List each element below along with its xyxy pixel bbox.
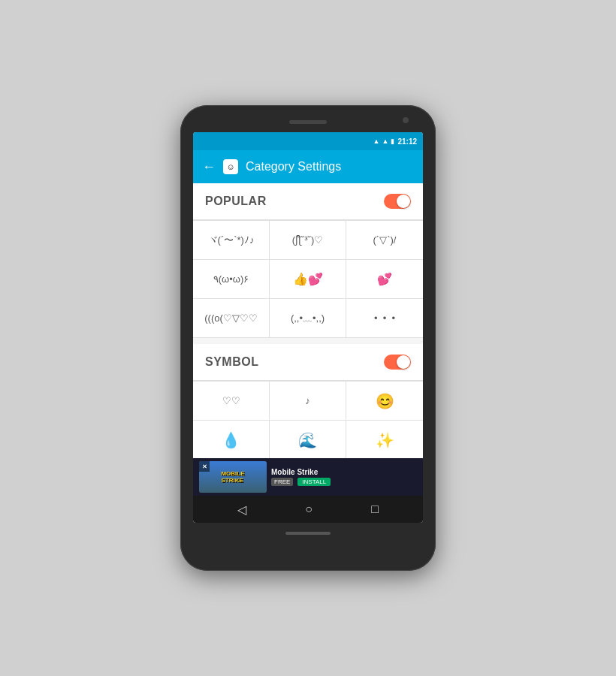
- list-item[interactable]: ✨: [346, 421, 423, 458]
- recent-nav-button[interactable]: □: [371, 502, 379, 516]
- screen-content: POPULAR ヾ(´〜`*)ﾉ♪ (ʃƪ˘³˘)♡ (´▽`)/ ٩(ω•ω)…: [193, 183, 423, 458]
- list-item[interactable]: ٩(ω•ω)۶: [193, 260, 270, 299]
- phone-speaker: [289, 120, 327, 124]
- ad-banner: MOBILESTRIKE ✕ Mobile Strike FREE INSTAL…: [193, 458, 423, 496]
- close-icon: ✕: [202, 463, 207, 470]
- ad-install-button[interactable]: INSTALL: [297, 478, 331, 486]
- symbol-toggle[interactable]: [384, 355, 411, 370]
- phone-top-bar: [186, 114, 430, 129]
- list-item[interactable]: 🌊: [270, 421, 346, 458]
- status-time: 21:12: [397, 137, 417, 146]
- list-item[interactable]: 💧: [193, 421, 270, 458]
- home-indicator: [285, 532, 331, 535]
- list-item[interactable]: 👍💕: [270, 260, 346, 299]
- status-icons: ▲ ▲ ▮: [373, 137, 395, 145]
- phone-bottom: [285, 526, 331, 541]
- app-bar-title: Category Settings: [246, 160, 414, 174]
- wifi-icon: ▲: [373, 137, 380, 145]
- symbol-title: SYMBOL: [205, 355, 258, 369]
- phone-device: ▲ ▲ ▮ 21:12 ← ☺ Category Settings POPULA…: [180, 105, 436, 571]
- popular-grid: ヾ(´〜`*)ﾉ♪ (ʃƪ˘³˘)♡ (´▽`)/ ٩(ω•ω)۶ 👍💕 💕 (…: [193, 220, 423, 338]
- popular-section: POPULAR ヾ(´〜`*)ﾉ♪ (ʃƪ˘³˘)♡ (´▽`)/ ٩(ω•ω)…: [193, 183, 423, 338]
- ad-text: Mobile Strike FREE INSTALL: [271, 468, 417, 486]
- signal-icon: ▲: [382, 137, 389, 145]
- battery-icon: ▮: [391, 137, 394, 145]
- back-nav-button[interactable]: ◁: [237, 502, 246, 517]
- ad-title: Mobile Strike: [271, 468, 417, 476]
- list-item[interactable]: (,,•﹏•,,): [270, 299, 346, 338]
- app-logo: ☺: [223, 159, 238, 174]
- list-item[interactable]: ♡♡: [193, 382, 270, 421]
- ad-close-button[interactable]: ✕: [199, 461, 210, 472]
- home-nav-button[interactable]: ○: [305, 502, 313, 516]
- list-item[interactable]: ♪: [270, 382, 346, 421]
- symbol-section: SYMBOL ♡♡ ♪ 😊 💧 🌊 ✨: [193, 344, 423, 458]
- list-item[interactable]: ヾ(´〜`*)ﾉ♪: [193, 221, 270, 260]
- app-bar: ← ☺ Category Settings: [193, 150, 423, 183]
- app-logo-symbol: ☺: [226, 162, 234, 171]
- popular-title: POPULAR: [205, 195, 267, 208]
- popular-toggle-knob: [397, 195, 410, 208]
- list-item[interactable]: (((o(♡▽♡♡: [193, 299, 270, 338]
- symbol-header: SYMBOL: [193, 344, 423, 381]
- list-item[interactable]: 😊: [346, 382, 423, 421]
- back-button[interactable]: ←: [202, 159, 216, 175]
- nav-bar: ◁ ○ □: [193, 496, 423, 523]
- ad-free-badge: FREE: [271, 478, 293, 486]
- popular-header: POPULAR: [193, 183, 423, 220]
- list-item[interactable]: 💕: [346, 260, 423, 299]
- phone-camera: [403, 117, 409, 123]
- list-item[interactable]: (´▽`)/: [346, 221, 423, 260]
- ad-image: MOBILESTRIKE ✕: [199, 461, 267, 493]
- status-bar: ▲ ▲ ▮ 21:12: [193, 132, 423, 150]
- list-item[interactable]: (ʃƪ˘³˘)♡: [270, 221, 346, 260]
- symbol-toggle-knob: [397, 355, 410, 369]
- list-item[interactable]: • • •: [346, 299, 423, 338]
- phone-screen: ▲ ▲ ▮ 21:12 ← ☺ Category Settings POPULA…: [193, 132, 423, 523]
- symbol-grid: ♡♡ ♪ 😊 💧 🌊 ✨: [193, 381, 423, 458]
- ad-subtitle: FREE INSTALL: [271, 478, 417, 486]
- popular-toggle[interactable]: [384, 194, 411, 209]
